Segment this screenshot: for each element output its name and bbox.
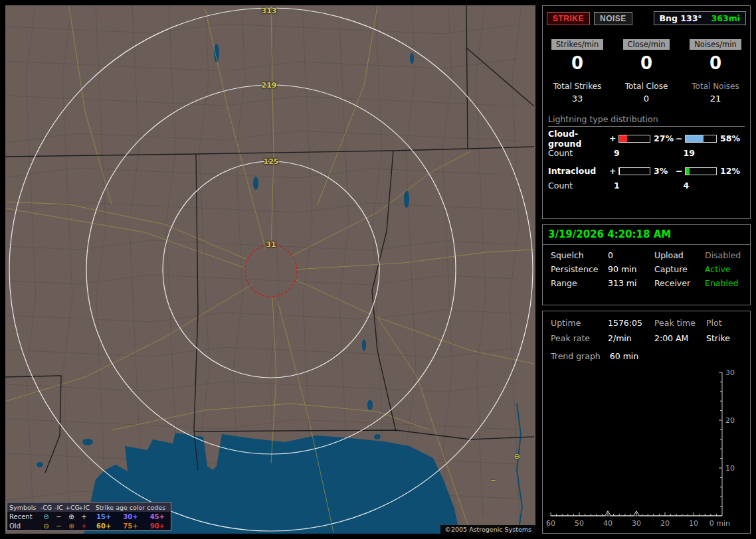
side-panel: STRIKE NOISE Bng 133° 363mi Strikes/min …	[542, 5, 751, 534]
noises-per-min-label[interactable]: Noises/min	[690, 39, 741, 50]
ic-minus-count: 4	[675, 181, 745, 191]
trend-graph-window: 60 min	[610, 351, 638, 361]
uptime-stats-grid: Uptime 1576:05 Peak time Plot Peak rate …	[543, 311, 750, 343]
lightning-type-distribution: Lightning type distribution Cloud-ground…	[548, 114, 745, 191]
trend-graph-label: Trend graph	[551, 351, 601, 361]
upload-label: Upload	[654, 250, 705, 260]
bearing-distance: 363mi	[711, 13, 740, 23]
strike-marker: −	[490, 476, 496, 485]
total-strikes-value: 33	[572, 94, 583, 104]
legend-col-neg-cg: -CG	[40, 504, 52, 511]
copyright-text: ©2005 Astrogenic Systems	[440, 525, 535, 534]
squelch-value: 0	[608, 250, 654, 260]
ic-plus-bar	[618, 167, 650, 175]
svg-text:30: 30	[725, 368, 735, 377]
ic-plus-percent: 3%	[654, 166, 676, 176]
cg-minus-percent: 58%	[720, 133, 742, 143]
peak-time-label: Peak time	[654, 318, 706, 328]
peak-rate-value: 2/min	[608, 333, 654, 343]
squelch-label: Squelch	[551, 250, 608, 260]
bearing-label: Bng 133°	[660, 13, 702, 23]
strikes-per-min-value: 0	[571, 54, 583, 74]
neg-cg-old-icon: ⊖	[40, 522, 52, 530]
cg-minus-bar	[685, 135, 717, 143]
trend-graph-chart: 1020306050403020100 min	[545, 368, 749, 532]
ic-count-label: Count	[548, 181, 606, 191]
age-30: 30+	[120, 513, 141, 520]
uptime-value: 1576:05	[608, 318, 654, 328]
uptime-label: Uptime	[551, 318, 608, 328]
noises-per-min-value: 0	[709, 54, 721, 74]
bearing-readout: Bng 133° 363mi	[654, 11, 746, 25]
status-section: 3/19/2026 4:20:18 AM Squelch 0 Upload Di…	[542, 224, 751, 305]
plus-sign: +	[609, 133, 618, 143]
pos-cg-recent-icon: ⊕	[65, 513, 78, 520]
noise-toggle-button[interactable]: NOISE	[594, 12, 632, 25]
intracloud-count-row: Count 1 4	[548, 181, 745, 191]
legend-col-pos-ic: +IC	[78, 504, 90, 511]
cg-minus-count: 19	[675, 148, 745, 158]
ic-minus-bar	[685, 167, 717, 175]
cg-plus-bar	[618, 135, 650, 143]
ic-minus-percent: 12%	[720, 166, 742, 176]
trend-section: Uptime 1576:05 Peak time Plot Peak rate …	[542, 311, 751, 534]
legend-row-recent: Recent ⊖ − ⊕ + 15+ 30+ 45+	[7, 512, 171, 521]
svg-text:20: 20	[725, 416, 735, 425]
svg-text:50: 50	[575, 519, 584, 528]
total-close-value: 0	[644, 94, 649, 104]
counters-section: STRIKE NOISE Bng 133° 363mi Strikes/min …	[542, 5, 751, 219]
range-value: 313 mi	[608, 278, 654, 288]
total-strikes-label: Total Strikes	[553, 82, 602, 91]
legend-col-neg-ic: -IC	[52, 504, 65, 511]
status-grid: Squelch 0 Upload Disabled Persistence 90…	[543, 245, 750, 288]
noises-per-min-counter: Noises/min 0 Total Noises 21	[681, 37, 750, 104]
peak-time-value: 2:00 AM	[654, 333, 706, 343]
ic-plus-count: 1	[606, 181, 676, 191]
strikes-per-min-label[interactable]: Strikes/min	[551, 39, 604, 50]
total-noises-label: Total Noises	[692, 82, 739, 91]
range-label: Range	[551, 278, 608, 288]
capture-status: Active	[705, 264, 750, 274]
cloud-ground-row: Cloud-ground + 27% − 58%	[548, 132, 745, 145]
svg-text:10: 10	[689, 519, 698, 528]
plot-label: Plot	[706, 318, 750, 328]
persistence-value: 90 min	[608, 264, 654, 274]
legend-age-header: Strike age color codes	[90, 504, 171, 511]
ring-label-219: 219	[262, 81, 277, 90]
svg-text:10: 10	[725, 464, 735, 473]
strike-toggle-button[interactable]: STRIKE	[547, 12, 590, 25]
receiver-status: Enabled	[705, 278, 750, 288]
age-90: 90+	[147, 522, 168, 530]
cg-count-label: Count	[548, 148, 606, 158]
neg-ic-recent-icon: −	[52, 513, 65, 520]
strike-marker: ⊖	[514, 452, 520, 461]
cloud-ground-label: Cloud-ground	[548, 129, 609, 149]
age-15: 15+	[93, 513, 114, 520]
close-per-min-label[interactable]: Close/min	[623, 39, 670, 50]
total-close-label: Total Close	[625, 82, 668, 91]
legend-header: Symbols -CG -IC +CG +IC Strike age color…	[7, 502, 171, 512]
lightning-map[interactable]: 313 219 125 31 ⊖− Symbols -CG -IC +CG +I…	[5, 5, 535, 534]
pos-ic-recent-icon: +	[78, 513, 90, 520]
close-per-min-value: 0	[640, 54, 652, 74]
cg-plus-count: 9	[606, 148, 676, 158]
age-75: 75+	[120, 522, 141, 530]
rate-counters: Strikes/min 0 Total Strikes 33 Close/min…	[543, 37, 750, 104]
svg-text:0 min: 0 min	[709, 519, 730, 528]
symbol-legend: Symbols -CG -IC +CG +IC Strike age color…	[7, 502, 171, 531]
distribution-title: Lightning type distribution	[548, 114, 745, 127]
peak-rate-label: Peak rate	[551, 333, 608, 343]
legend-col-pos-cg: +CG	[65, 504, 78, 511]
age-60: 60+	[93, 522, 114, 530]
cg-plus-percent: 27%	[654, 133, 676, 143]
total-noises-value: 21	[710, 94, 721, 104]
svg-text:60: 60	[546, 519, 555, 528]
plot-value: Strike	[706, 333, 750, 343]
legend-row-old: Old ⊖ − ⊕ + 60+ 75+ 90+	[7, 521, 171, 530]
upload-status: Disabled	[705, 250, 750, 260]
ring-label-31: 31	[266, 240, 276, 249]
legend-symbols-header: Symbols	[7, 504, 40, 511]
receiver-label: Receiver	[654, 278, 705, 288]
plus-sign: +	[609, 166, 618, 176]
minus-sign: −	[676, 133, 685, 143]
